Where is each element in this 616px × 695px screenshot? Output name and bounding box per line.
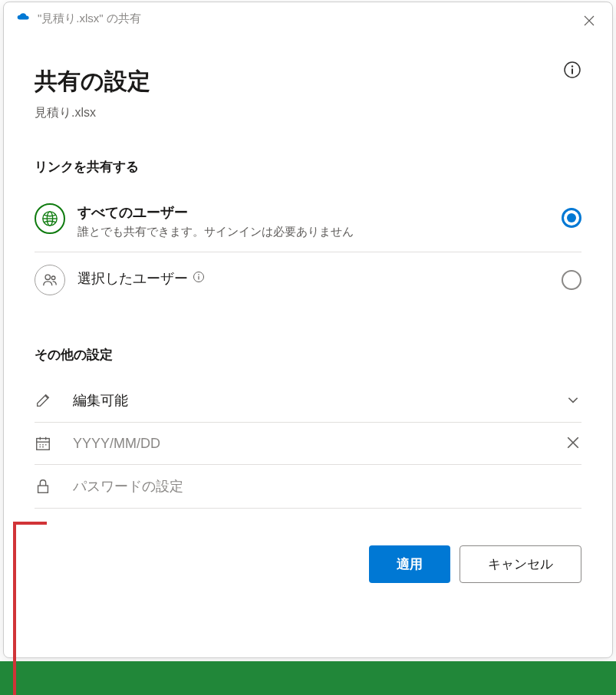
lock-icon [35, 478, 51, 495]
svg-rect-2 [572, 69, 573, 74]
chevron-down-icon [566, 393, 581, 408]
annotation-marker-vertical [13, 522, 16, 695]
svg-rect-11 [37, 439, 50, 450]
bottom-bar [0, 661, 616, 695]
pencil-icon [35, 392, 51, 409]
file-name: 見積り.xlsx [35, 105, 581, 121]
svg-point-7 [51, 276, 55, 280]
calendar-icon [35, 435, 51, 452]
svg-point-1 [572, 65, 573, 67]
date-input-row[interactable]: YYYY/MM/DD [35, 423, 581, 465]
permission-dropdown[interactable]: 編集可能 [35, 379, 581, 423]
option-selected-users-title: 選択したユーザー [77, 269, 549, 288]
title-bar-text: "見積り.xlsx" の共有 [38, 12, 141, 26]
radio-selected-users[interactable] [562, 270, 581, 290]
option-all-users[interactable]: すべてのユーザー 誰とでも共有できます。サインインは必要ありません [35, 191, 581, 252]
password-placeholder: パスワードの設定 [73, 477, 581, 496]
option-selected-users[interactable]: 選択したユーザー [35, 252, 581, 308]
info-icon[interactable] [193, 271, 205, 287]
info-button[interactable] [563, 61, 581, 79]
share-settings-dialog: "見積り.xlsx" の共有 共有の設定 見積り.xlsx リンクを共有する [3, 2, 613, 658]
onedrive-icon [16, 12, 31, 26]
page-heading: 共有の設定 [35, 66, 581, 97]
share-section-label: リンクを共有する [35, 158, 581, 176]
svg-rect-10 [198, 276, 199, 280]
svg-point-6 [45, 275, 50, 279]
radio-all-users[interactable] [562, 208, 581, 228]
cancel-button[interactable]: キャンセル [460, 545, 581, 583]
apply-button[interactable]: 適用 [369, 545, 450, 583]
close-button[interactable] [583, 15, 597, 28]
option-all-users-title: すべてのユーザー [77, 203, 549, 222]
option-all-users-desc: 誰とでも共有できます。サインインは必要ありません [77, 225, 549, 239]
permission-value: 編集可能 [73, 391, 545, 410]
svg-point-9 [198, 274, 199, 275]
date-placeholder: YYYY/MM/DD [73, 436, 545, 452]
title-bar: "見積り.xlsx" の共有 [4, 2, 612, 32]
other-settings-label: その他の設定 [35, 346, 581, 364]
clear-date-button[interactable] [566, 436, 581, 451]
svg-rect-20 [38, 486, 48, 492]
globe-icon [35, 203, 65, 234]
annotation-marker [13, 522, 47, 525]
password-input-row[interactable]: パスワードの設定 [35, 465, 581, 509]
people-icon [35, 265, 65, 295]
